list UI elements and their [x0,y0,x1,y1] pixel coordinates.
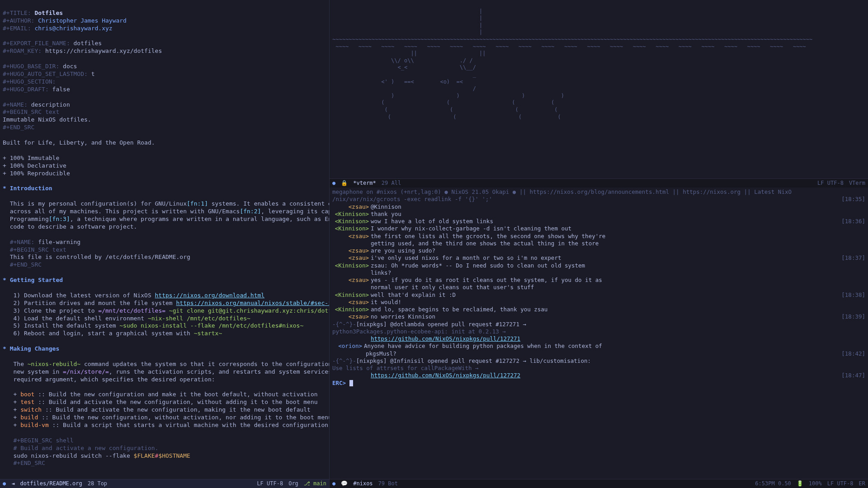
download-link[interactable]: https://nixos.org/download.html [155,292,265,299]
irc-message-text: links? [371,269,865,277]
heading-making-changes[interactable]: * Making Changes [3,345,59,352]
lock-icon: 🔒 [341,180,348,187]
hostname-var: $HOSTNAME [158,452,190,459]
irc-message-row: getting used, and the third one shows th… [332,240,865,247]
name2-kw: #+NAME: [3,239,34,245]
irc-dot-icon: ● [332,480,335,488]
heading-getting-started[interactable]: * Getting Started [3,277,63,283]
pr2-link[interactable]: https://github.com/NixOS/nixpkgs/pull/12… [371,372,520,379]
tagline: Built for Life, Liberty, and the Open Ro… [3,139,155,146]
irc-channel-name[interactable]: #nixos [353,480,373,488]
irc-message-row: <zsau>are you using sudo? [332,247,865,254]
vterm-mode[interactable]: VTerm [849,180,865,187]
back-icon[interactable]: ◄ [11,480,14,488]
irc-nick [332,240,371,247]
irc-message-text: are you using sudo? [371,247,865,254]
irc-message-row: <Kinnison>wow I have a lot of old system… [332,218,865,225]
irc-nick: <Kinnison> [332,291,371,299]
end-src-shell: #+END_SRC [3,460,45,466]
orion-time: [18:42] [841,350,865,357]
irc-nick: <zsau> [332,299,371,306]
begin-src-2: #+BEGIN_SRC text [3,246,66,253]
clock: 6:53PM 0.50 [755,480,791,488]
irc-nick: <zsau> [332,247,371,254]
irc-message-row: <Kinnison>I wonder why nix-collect-garba… [332,225,865,232]
src-content: Immutable NixOS dotfiles. [3,116,91,123]
step-3: 3) Clone the project to [3,307,98,314]
irc-topic-2: /nix/var/nix/gcroots -exec readlink -f '… [332,196,492,203]
build-vm-kw: build-vm [20,422,49,428]
irc-message-text: @Kinnison [371,203,865,211]
org-buffer[interactable]: #+TITLE: Dotfiles #+AUTHOR: Christopher … [0,0,329,479]
name2-val: file-warning [38,239,80,245]
irc-message-text: yes - if you do it as root it cleans out… [371,277,865,284]
irc-nick: <zsau> [332,313,371,320]
footnote-3[interactable]: [fn:3] [49,216,70,222]
pr2-text2: Use lists of attrsets for callPackageWit… [332,365,865,372]
irc-nick: <zsau> [332,277,371,284]
irc-timestamp: [18:39] [841,313,865,320]
hugo-draft-val: false [52,86,70,93]
irc-message-row: <zsau>yes - if you do it as root it clea… [332,277,865,284]
hugo-section-kw: #+HUGO_SECTION: [3,78,56,85]
hugo-lastmod-val: t [91,70,95,77]
irc-message-text: it would! [371,299,865,306]
partition-link[interactable]: https://nixos.org/manual/nixos/stable/#s… [176,300,329,306]
author-value: Christopher James Hayward [38,17,127,24]
irc-buffer[interactable]: megaphone on #nixos (+nrt,lag:0) ● NixOS… [330,188,868,479]
editor-pane: #+TITLE: Dotfiles #+AUTHOR: Christopher … [0,0,329,488]
irc-message-text: I wonder why nix-collect-garbage -d isn'… [371,225,865,232]
export-keyword: #+EXPORT_FILE_NAME: [3,40,70,47]
pr1-text2: python3Packages.python-ecobee-api: init … [332,328,865,335]
irc-nick: <Kinnison> [332,225,371,232]
roam-value: https://chrishayward.xyz/dotfiles [45,47,162,54]
step-1: 1) Download the latest version of NixOS [3,292,155,299]
buffer-name[interactable]: dotfiles/README.org [20,480,82,488]
vterm-dot-icon: ● [332,180,335,187]
modified-indicator-icon: ● [3,480,6,488]
battery-icon: 🔋 [797,480,803,488]
irc-message-row: <Kinnison>thank you [332,211,865,218]
position: 28 Top [88,480,107,488]
branch-name[interactable]: main [313,480,326,487]
pr1-link[interactable]: https://github.com/NixOS/nixpkgs/pull/12… [371,335,520,342]
irc-encoding: LF UTF-8 [827,480,854,488]
footnote-1[interactable]: [fn:1] [187,200,208,207]
irc-modeline[interactable]: ● 💬 #nixos 79 Bot 6:53PM 0.50 🔋 100% LF … [330,479,868,488]
branch-icon: ⎇ [304,480,310,487]
irc-message-text: thank you [371,211,865,218]
irc-message-text: no worries Kinnison [371,313,841,320]
right-column: | | | | ~~~~~~~~~~~~~~~~~~~~~~~~~~~~~~~~… [329,0,868,488]
feature-1: + 100% Immutable [3,155,59,161]
heading-intro[interactable]: * Introduction [3,185,52,192]
end-src: #+END_SRC [3,124,34,131]
irc-message-row: <Kinnison>and lo, space begins to be rec… [332,306,865,313]
feature-2: + 100% Declarative [3,162,66,169]
ascii-art: | | | | ~~~~~~~~~~~~~~~~~~~~~~~~~~~~~~~~… [332,8,812,120]
title-keyword: #+TITLE: [3,9,31,16]
topic-time: [18:35] [841,196,865,203]
flake-var: $FLAKE [134,452,155,459]
src2-content: This file is controlled by /etc/dotfiles… [3,253,190,260]
bot-prefix-2: -{^-^}- [332,357,356,365]
editor-modeline[interactable]: ● ◄ dotfiles/README.org 28 Top LF UTF-8 … [0,479,329,488]
irc-message-text: i've only used nixos for a month or two … [371,254,841,262]
vterm-buffer[interactable]: | | | | ~~~~~~~~~~~~~~~~~~~~~~~~~~~~~~~~… [330,0,868,178]
major-mode[interactable]: Org [288,480,298,488]
irc-message-row: <zsau>the first one lists all the gcroot… [332,233,865,240]
step-6: 6) Reboot and login, start a graphical s… [3,330,194,337]
vterm-modeline[interactable]: ● 🔒 *vterm* 29 All LF UTF-8 VTerm [330,178,868,188]
irc-nick: <zsau> [332,254,371,262]
cursor[interactable] [349,380,353,386]
irc-nick: <Kinnison> [332,211,371,218]
title-value: Dotfiles [34,9,63,16]
footnote-2[interactable]: [fn:2] [240,208,261,215]
irc-mode[interactable]: ER [859,480,865,488]
vterm-buffer-name[interactable]: *vterm* [353,180,376,187]
irc-message-text: well that'd explain it :D [371,291,841,299]
src-comment: # Build and activate a new configuration… [3,445,158,451]
irc-message-row: <Kinnison>zsau: Oh *rude words* -- Do I … [332,262,865,269]
step-2: 2) Partition drives and mount the file s… [3,300,176,306]
irc-timestamp: [18:37] [841,254,865,262]
irc-message-row: <zsau>no worries Kinnison[18:39] [332,313,865,320]
